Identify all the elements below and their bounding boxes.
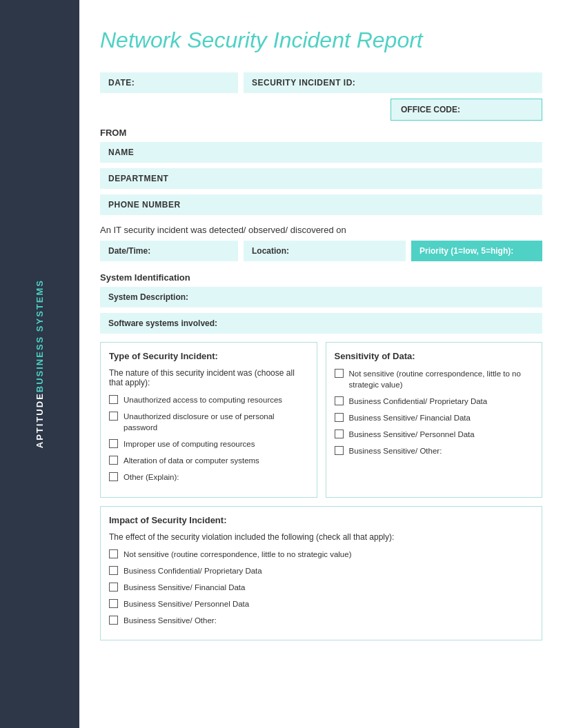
nature-text: The nature of this security incident was… (109, 368, 308, 387)
priority-field[interactable]: Priority (1=low, 5=high): (411, 241, 542, 261)
sidebar-brand-text: APTITUDEBUSINESS SYSTEMS (34, 279, 45, 448)
list-item: Business Sensitive/ Financial Data (335, 412, 534, 423)
checkbox-impact-personnel[interactable] (109, 599, 118, 608)
checkbox-label: Alteration of data or computer systems (124, 455, 259, 466)
checkbox-label: Not sensitive (routine correspondence, l… (349, 368, 534, 390)
checkbox-impact-confidential[interactable] (109, 566, 118, 575)
system-section: System Identification System Description… (100, 272, 542, 334)
detection-intro-text: An IT security incident was detected/ ob… (100, 225, 542, 235)
checkbox-other-sensitivity[interactable] (335, 446, 344, 455)
list-item: Not sensitive (routine correspondence, l… (335, 368, 534, 390)
checkbox-label: Business Sensitive/ Other: (349, 445, 442, 456)
effect-text: The effect of the security violation inc… (109, 532, 533, 542)
list-item: Business Sensitive/ Financial Data (109, 582, 533, 593)
list-item: Business Confidential/ Proprietary Data (109, 565, 533, 576)
checkbox-label: Unauthorized disclosure or use of person… (124, 411, 308, 433)
security-incident-id-field[interactable]: SECURITY INCIDENT ID: (244, 72, 542, 93)
date-incident-row: DATE: SECURITY INCIDENT ID: (100, 72, 542, 93)
checkbox-unauthorized-disclosure[interactable] (109, 412, 118, 421)
checkbox-not-sensitive[interactable] (335, 369, 344, 378)
checkbox-label: Improper use of computing resources (124, 438, 255, 449)
checkbox-label: Not sensitive (routine correspondence, l… (124, 549, 351, 560)
checkbox-other-type[interactable] (109, 472, 118, 481)
checkbox-impact-other[interactable] (109, 616, 118, 625)
system-desc-field[interactable]: System Description: (100, 287, 542, 307)
type-panel: Type of Security Incident: The nature of… (100, 342, 317, 498)
checkbox-label: Business Confidential/ Proprietary Data (124, 565, 262, 576)
checkbox-alteration[interactable] (109, 456, 118, 465)
checkbox-label: Other (Explain): (124, 472, 179, 483)
checkbox-label: Business Sensitive/ Other: (124, 615, 217, 626)
page-title: Network Security Incident Report (100, 28, 542, 53)
list-item: Improper use of computing resources (109, 438, 308, 449)
department-field[interactable]: DEPARTMENT (100, 168, 542, 189)
checkbox-label: Business Sensitive/ Personnel Data (349, 429, 475, 440)
checkbox-label: Unauthorized access to computing resourc… (124, 394, 282, 405)
sensitivity-panel-title: Sensitivity of Data: (335, 351, 534, 361)
date-field[interactable]: DATE: (100, 72, 238, 93)
office-code-row: OFFICE CODE: (100, 99, 542, 121)
checkbox-financial[interactable] (335, 413, 344, 422)
list-item: Business Sensitive/ Other: (335, 445, 534, 456)
type-sensitivity-row: Type of Security Incident: The nature of… (100, 342, 542, 498)
checkbox-unauthorized-access[interactable] (109, 395, 118, 404)
location-field[interactable]: Location: (244, 241, 406, 261)
sidebar: APTITUDEBUSINESS SYSTEMS (0, 0, 79, 728)
impact-title: Impact of Security Incident: (109, 515, 533, 525)
list-item: Unauthorized disclosure or use of person… (109, 411, 308, 433)
name-field[interactable]: NAME (100, 142, 542, 163)
list-item: Alteration of data or computer systems (109, 455, 308, 466)
detection-row: Date/Time: Location: Priority (1=low, 5=… (100, 241, 542, 261)
type-panel-title: Type of Security Incident: (109, 351, 308, 361)
main-content: Network Security Incident Report DATE: S… (79, 0, 563, 728)
system-id-label: System Identification (100, 272, 542, 283)
checkbox-label: Business Sensitive/ Financial Data (349, 412, 471, 423)
office-code-field[interactable]: OFFICE CODE: (391, 99, 542, 121)
list-item: Not sensitive (routine correspondence, l… (109, 549, 533, 560)
checkbox-impact-financial[interactable] (109, 583, 118, 592)
list-item: Business Sensitive/ Personnel Data (335, 429, 534, 440)
list-item: Other (Explain): (109, 472, 308, 483)
list-item: Business Sensitive/ Other: (109, 615, 533, 626)
list-item: Unauthorized access to computing resourc… (109, 394, 308, 405)
software-field[interactable]: Software systems involved: (100, 313, 542, 334)
checkbox-confidential[interactable] (335, 396, 344, 405)
checkbox-impact-not-sensitive[interactable] (109, 549, 118, 558)
date-time-field[interactable]: Date/Time: (100, 241, 238, 261)
sensitivity-panel: Sensitivity of Data: Not sensitive (rout… (326, 342, 543, 498)
checkbox-personnel[interactable] (335, 429, 344, 438)
checkbox-label: Business Confidential/ Proprietary Data (349, 396, 488, 407)
phone-field[interactable]: PHONE NUMBER (100, 194, 542, 215)
list-item: Business Sensitive/ Personnel Data (109, 598, 533, 609)
from-label: FROM (100, 128, 542, 138)
list-item: Business Confidential/ Proprietary Data (335, 396, 534, 407)
checkbox-label: Business Sensitive/ Personnel Data (124, 598, 249, 609)
checkbox-label: Business Sensitive/ Financial Data (124, 582, 245, 593)
checkbox-improper-use[interactable] (109, 439, 118, 448)
impact-panel: Impact of Security Incident: The effect … (100, 506, 542, 640)
